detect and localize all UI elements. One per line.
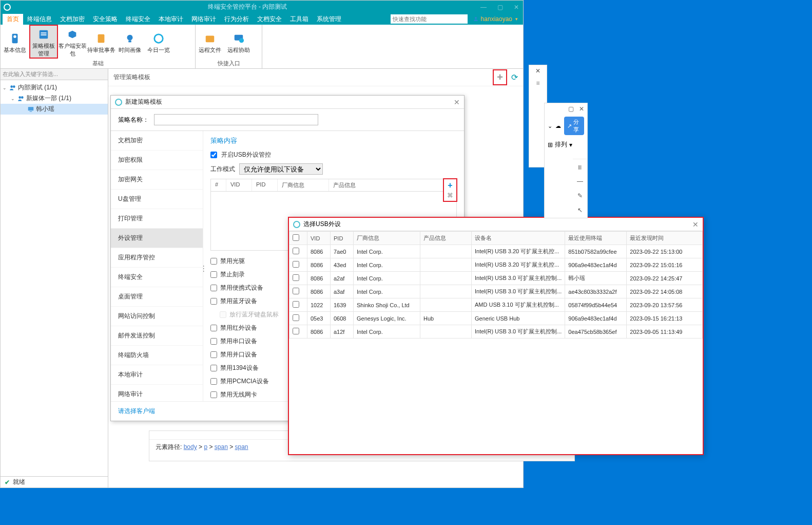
table-row[interactable]: 10221639 Shinko Shoji Co., Ltd AMD USB 3… bbox=[289, 298, 703, 312]
mode-select[interactable]: 仅允许使用以下设备 bbox=[239, 163, 323, 175]
table-row[interactable]: 8086a2af Intel Corp. Intel(R) USB 3.0 可扩… bbox=[289, 272, 703, 285]
resize-handle[interactable]: ••• bbox=[203, 265, 204, 272]
add-policy-button[interactable]: + bbox=[493, 69, 507, 85]
share-button[interactable]: ↗ 分享 bbox=[564, 117, 584, 135]
user-menu[interactable]: hanxiaoyao ▾ bbox=[473, 15, 518, 23]
ribbon-basic-info[interactable]: 基本信息 bbox=[1, 25, 29, 59]
cb-wifi[interactable] bbox=[210, 391, 217, 398]
float2-close[interactable]: ✕ bbox=[579, 105, 584, 113]
remove-device-button[interactable]: ✖ bbox=[447, 191, 453, 199]
side-item-print[interactable]: 打印管理 bbox=[111, 209, 203, 229]
side-item-local-audit[interactable]: 本地审计 bbox=[111, 365, 203, 385]
col-product: 产品信息 bbox=[329, 179, 456, 191]
tree-leaf[interactable]: 韩小瑶 bbox=[1, 104, 108, 115]
tune-icon[interactable]: ⫼ bbox=[577, 163, 583, 171]
tab-terminal-security[interactable]: 终端安全 bbox=[122, 14, 154, 25]
tab-sys-manage[interactable]: 系统管理 bbox=[313, 14, 345, 25]
mode-label: 工作模式 bbox=[210, 165, 235, 174]
tab-terminal-info[interactable]: 终端信息 bbox=[23, 14, 56, 25]
row-check[interactable] bbox=[293, 301, 299, 308]
ribbon-pending[interactable]: 待审批事务 bbox=[87, 25, 115, 59]
ribbon-today[interactable]: 今日一览 bbox=[144, 25, 173, 59]
svg-rect-5 bbox=[41, 34, 47, 35]
tab-toolbox[interactable]: 工具箱 bbox=[286, 14, 313, 25]
arrange-button[interactable]: ⊞ 排列 ▾ bbox=[545, 137, 587, 152]
tab-doc-encrypt[interactable]: 文档加密 bbox=[56, 14, 89, 25]
side-item-udisk[interactable]: U盘管理 bbox=[111, 190, 203, 209]
svg-rect-10 bbox=[206, 35, 215, 42]
tree-root[interactable]: ⌄ 内部测试 (1/1) bbox=[1, 82, 108, 93]
tree-child[interactable]: ⌄ 新媒体一部 (1/1) bbox=[1, 93, 108, 104]
edit-icon[interactable]: ✎ bbox=[577, 192, 583, 199]
hamburger-icon[interactable]: ≡ bbox=[529, 77, 547, 90]
usb-select-popup: 选择USB外设 ✕ VID PID 厂商信息 产品信息 设备名 最近使用终端 最… bbox=[288, 217, 704, 455]
row-check[interactable] bbox=[293, 288, 299, 294]
side-item-net-audit[interactable]: 网络审计 bbox=[111, 385, 203, 401]
cb-portable[interactable] bbox=[210, 285, 217, 291]
table-row[interactable]: 80867ae0 Intel Corp. Intel(R) USB 3.20 可… bbox=[289, 245, 703, 258]
side-item-mail[interactable]: 邮件发送控制 bbox=[111, 326, 203, 346]
tab-home[interactable]: 首页 bbox=[3, 14, 23, 25]
row-check[interactable] bbox=[293, 261, 299, 268]
tree-search[interactable]: 在此输入关键字筛选... bbox=[1, 69, 108, 80]
table-row[interactable]: 808643ed Intel Corp. Intel(R) USB 3.20 可… bbox=[289, 258, 703, 272]
enable-usb-checkbox[interactable] bbox=[210, 152, 217, 158]
side-item-doc-encrypt[interactable]: 文档加密 bbox=[111, 131, 203, 151]
check-all[interactable] bbox=[293, 234, 299, 241]
ribbon-remote-assist[interactable]: 远程协助 bbox=[224, 25, 253, 59]
refresh-button[interactable]: ⟳ bbox=[511, 72, 518, 82]
cursor-icon[interactable]: ↖ bbox=[577, 207, 583, 214]
float2-max[interactable]: ▢ bbox=[568, 105, 574, 113]
tab-security-policy[interactable]: 安全策略 bbox=[89, 14, 122, 25]
crumb-span2[interactable]: span bbox=[235, 443, 248, 451]
usb-close-button[interactable]: ✕ bbox=[692, 220, 699, 229]
tab-doc-security[interactable]: 文档安全 bbox=[253, 14, 286, 25]
side-item-encrypt-gw[interactable]: 加密网关 bbox=[111, 170, 203, 190]
search-input[interactable] bbox=[391, 14, 468, 24]
policy-name-label: 策略名称： bbox=[118, 116, 149, 124]
float1-close[interactable]: ✕ bbox=[529, 65, 547, 77]
cb-pcmcia[interactable] bbox=[210, 378, 217, 385]
row-check[interactable] bbox=[293, 328, 299, 334]
table-row[interactable]: 8086a3af Intel Corp. Intel(R) USB 3.0 可扩… bbox=[289, 285, 703, 298]
add-device-button[interactable]: + bbox=[447, 181, 453, 190]
cb-parallel[interactable] bbox=[210, 351, 217, 358]
minus-icon[interactable]: — bbox=[577, 178, 583, 185]
table-row[interactable]: 8086a12f Intel Corp. Intel(R) USB 3.0 可扩… bbox=[289, 325, 703, 339]
modal-close-button[interactable]: ✕ bbox=[454, 98, 460, 106]
row-check[interactable] bbox=[293, 248, 299, 254]
policy-name-input[interactable] bbox=[154, 114, 318, 125]
crumb-p[interactable]: p bbox=[204, 443, 207, 451]
cb-cdrom[interactable] bbox=[210, 258, 217, 265]
cb-1394[interactable] bbox=[210, 365, 217, 371]
row-check[interactable] bbox=[293, 314, 299, 321]
row-check[interactable] bbox=[293, 274, 299, 281]
chevron-down-icon[interactable]: ⌄ bbox=[548, 123, 552, 129]
tab-network-audit[interactable]: 网络审计 bbox=[187, 14, 220, 25]
close-button[interactable]: ✕ bbox=[513, 4, 520, 11]
cb-infrared[interactable] bbox=[210, 325, 217, 331]
ribbon-policy-template[interactable]: 策略模板管理 bbox=[29, 25, 58, 59]
ribbon-time-profile[interactable]: 时间画像 bbox=[115, 25, 144, 59]
crumb-body[interactable]: body bbox=[184, 443, 197, 451]
tab-local-audit[interactable]: 本地审计 bbox=[154, 14, 187, 25]
side-item-firewall[interactable]: 终端防火墙 bbox=[111, 346, 203, 365]
crumb-span1[interactable]: span bbox=[215, 443, 228, 451]
side-item-encrypt-perm[interactable]: 加密权限 bbox=[111, 151, 203, 170]
cb-bluetooth[interactable] bbox=[210, 298, 217, 305]
table-row[interactable]: 05e30608 Genesys Logic, Inc.Hub Generic … bbox=[289, 312, 703, 325]
usb-title-text: 选择USB外设 bbox=[303, 220, 341, 229]
ribbon-client-pkg[interactable]: 客户端安装包 bbox=[58, 25, 87, 59]
tab-behavior[interactable]: 行为分析 bbox=[220, 14, 253, 25]
side-item-terminal-sec[interactable]: 终端安全 bbox=[111, 268, 203, 287]
minimize-button[interactable]: — bbox=[480, 4, 487, 11]
side-item-peripheral[interactable]: 外设管理 bbox=[111, 229, 203, 248]
ribbon-remote-file[interactable]: 远程文件 bbox=[196, 25, 224, 59]
side-item-desktop[interactable]: 桌面管理 bbox=[111, 287, 203, 307]
maximize-button[interactable]: ▢ bbox=[496, 4, 504, 11]
side-item-app-control[interactable]: 应用程序管控 bbox=[111, 248, 203, 268]
package-icon bbox=[65, 29, 80, 40]
cb-burn[interactable] bbox=[210, 271, 217, 278]
cb-serial[interactable] bbox=[210, 338, 217, 345]
side-item-web-access[interactable]: 网站访问控制 bbox=[111, 307, 203, 326]
